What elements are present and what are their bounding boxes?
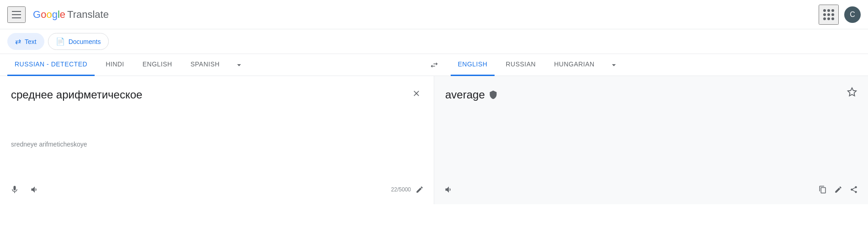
translate-icon: ⇄ [15,37,21,46]
tab-bar: ⇄ Text 📄 Documents [0,29,868,54]
target-footer-left [442,182,456,197]
swap-languages-button[interactable] [425,56,443,74]
target-panel-footer [442,182,861,197]
language-bar: RUSSIAN - DETECTED HINDI ENGLISH SPANISH… [0,54,868,76]
grid-dot [827,13,830,16]
volume-icon [30,185,39,194]
source-lang-hindi[interactable]: HINDI [98,54,132,76]
avatar[interactable]: C [844,6,861,23]
verified-badge [489,90,498,99]
source-lang-spanish[interactable]: SPANISH [183,54,227,76]
grid-dot [827,17,830,20]
grid-dot [831,13,834,16]
swap-icon [430,60,439,70]
chevron-down-icon [234,60,244,70]
volume-icon [444,185,453,194]
copy-icon [819,185,827,194]
edit-icon [415,185,424,194]
logo-translate-text: Translate [67,9,109,21]
document-icon: 📄 [56,37,65,46]
chevron-down-icon [609,60,618,70]
star-icon [847,87,857,97]
target-lang-hungarian[interactable]: HUNGARIAN [547,54,602,76]
tab-text-label: Text [25,38,37,45]
edit-translation-button[interactable] [831,183,845,196]
char-count: 22/5000 [391,186,411,193]
grid-dot [831,9,834,12]
target-lang-english[interactable]: ENGLISH [451,54,495,76]
output-row: average [445,87,857,103]
hamburger-line [12,14,21,15]
target-lang-russian[interactable]: RUSSIAN [498,54,543,76]
edit-icon [834,185,842,194]
logo-google-text: Google [33,9,65,21]
source-footer-right: 22/5000 [391,183,426,196]
tab-documents[interactable]: 📄 Documents [48,33,109,50]
header: Google Translate C [0,0,868,29]
hamburger-line [12,11,21,12]
share-translation-button[interactable] [847,183,861,196]
target-panel: average [434,76,868,204]
source-lang-russian[interactable]: RUSSIAN - DETECTED [7,54,95,76]
tab-text[interactable]: ⇄ Text [7,33,44,50]
star-button[interactable] [847,87,857,100]
speaker-source-button[interactable] [27,182,42,197]
logo[interactable]: Google Translate [33,9,109,21]
source-panel-footer: 22/5000 [7,182,426,197]
source-panel: sredneye arifmeticheskoye 22/5000 [0,76,434,204]
header-left: Google Translate [7,6,109,23]
swap-divider [425,56,443,74]
apps-button[interactable] [819,5,839,25]
mic-icon [10,185,19,194]
translation-panels: sredneye arifmeticheskoye 22/5000 averag [0,76,868,204]
menu-button[interactable] [7,6,26,23]
output-text: average [445,87,485,103]
target-lang-bar: ENGLISH RUSSIAN HUNGARIAN [443,54,868,76]
mic-button[interactable] [7,182,22,197]
target-footer-right [816,183,861,196]
share-icon [850,185,858,194]
tab-documents-label: Documents [69,38,101,45]
source-footer-left [7,182,42,197]
copy-translation-button[interactable] [816,183,830,196]
grid-dot [827,9,830,12]
speaker-target-button[interactable] [442,182,456,197]
grid-dot [831,17,834,20]
header-right: C [819,5,861,25]
transliteration-text: sredneye arifmeticheskoye [11,141,423,148]
clear-button[interactable] [410,87,423,102]
target-lang-more-chevron[interactable] [606,54,622,76]
source-input[interactable] [11,87,405,133]
hamburger-line [12,17,21,18]
grid-dot [823,9,826,12]
grid-dot [823,13,826,16]
close-icon [412,89,421,98]
source-lang-more-chevron[interactable] [231,54,247,76]
source-lang-english[interactable]: ENGLISH [135,54,180,76]
edit-source-button[interactable] [413,183,426,196]
source-lang-bar: RUSSIAN - DETECTED HINDI ENGLISH SPANISH [0,54,425,76]
shield-icon [489,90,498,99]
grid-dot [823,17,826,20]
